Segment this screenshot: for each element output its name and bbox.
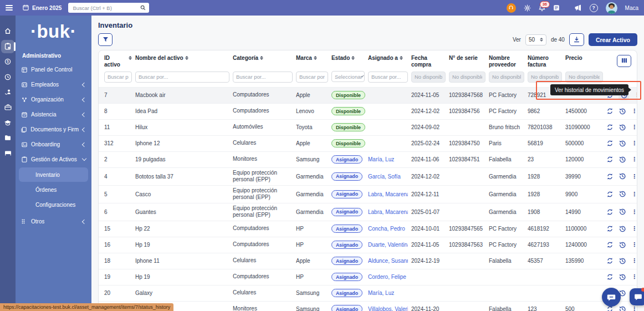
sidebar-item-documentos-y-firma[interactable]: Documentos y Firma [16,122,91,137]
hamburger-menu-icon[interactable] [6,5,13,11]
announcements-megaphone-icon[interactable] [574,4,582,11]
rail-documents-icon[interactable] [1,131,14,145]
table-row[interactable]: 15 Hp 22 Computadores HP Asignado Concha… [99,221,637,237]
change-status-icon[interactable] [606,257,614,264]
assigned-person-link[interactable]: Duarte, Valentina [368,242,408,248]
history-icon[interactable] [619,124,626,131]
table-row[interactable]: 18 Iphone 11 Celulares Apple Asignado Al… [99,253,637,269]
change-status-icon[interactable] [606,108,614,115]
assigned-person-link[interactable]: Concha, Pedro [368,226,408,232]
rail-training-icon[interactable] [1,116,14,129]
filter-nombre-input[interactable] [135,72,229,83]
rail-home-icon[interactable] [1,24,14,38]
help-icon[interactable]: ? [590,4,598,12]
column-header-id[interactable]: ID activo [104,55,132,68]
filter-button[interactable] [98,33,113,46]
assigned-person-link[interactable]: María, Luz [368,290,408,296]
column-header-asignado[interactable]: Asignado a [368,55,408,62]
change-status-icon[interactable] [606,140,614,147]
assigned-person-link[interactable]: Villalobos, Valeria [368,306,408,311]
column-header-marca[interactable]: Marca [296,55,328,62]
column-header-categoria[interactable]: Categoría [233,55,293,62]
filter-categoria-input[interactable] [233,72,293,83]
filter-estado-select[interactable]: Seleccionar [331,71,365,82]
history-icon[interactable] [619,257,626,265]
history-icon[interactable] [619,241,626,249]
notifications-bell-icon[interactable]: 36 [539,4,545,12]
row-menu-icon[interactable]: ⋮ [631,156,637,162]
column-header-estado[interactable]: Estado [331,55,365,62]
filter-marca-input[interactable] [296,72,328,83]
sidebar-item-organizacion[interactable]: Organización [16,92,91,107]
column-settings-button[interactable] [617,55,631,67]
change-status-icon[interactable] [606,225,614,232]
change-status-icon[interactable] [606,191,614,198]
table-row[interactable]: 2 19 pulgadas Monitores Samsung Asignado… [99,151,637,167]
history-icon[interactable] [619,156,626,164]
rail-workspace-icon[interactable] [1,146,14,160]
row-menu-icon[interactable]: ⋮ [631,274,637,280]
rail-asset-management-icon[interactable] [1,40,14,53]
filter-id-input[interactable] [104,72,132,83]
table-row[interactable]: 45 19 pulgadas Monitores Samsung Asignad… [99,301,637,311]
sidebar-item-gestion-de-activos[interactable]: Gestión de Activos [16,152,91,167]
avatar[interactable] [606,2,617,14]
assigned-person-link[interactable]: Aldunce, Susann [368,258,408,264]
assigned-person-link[interactable]: Cordero, Felipe [368,274,408,280]
change-status-icon[interactable] [606,208,614,216]
period-selector[interactable]: Enero 2025 [23,4,62,12]
change-status-icon[interactable] [606,124,614,131]
history-icon[interactable] [619,273,626,281]
sidebar-item-onboarding[interactable]: Onboarding [16,137,91,152]
create-asset-button[interactable]: Crear Activo [589,33,637,46]
history-icon[interactable] [619,140,626,147]
sidebar-subitem-ordenes[interactable]: Órdenes [19,182,88,197]
sidebar-item-asistencia[interactable]: Asistencia [16,107,91,122]
row-menu-icon[interactable]: ⋮ [631,226,637,232]
table-row[interactable]: 16 Hp 19 Computadores HP Asignado Duarte… [99,237,637,253]
row-menu-icon[interactable]: ⋮ [631,124,637,130]
assigned-person-link[interactable]: Labra, Macarena [368,191,408,197]
gear-icon[interactable] [524,4,531,12]
table-row[interactable]: 11 Hilux Automóviles Toyota Disponible 2… [99,119,637,135]
row-menu-icon[interactable]: ⋮ [631,140,637,146]
row-menu-icon[interactable]: ⋮ [631,191,637,197]
sidebar-item-empleados[interactable]: Empleados [16,77,91,92]
change-status-icon[interactable] [606,273,614,281]
notes-icon[interactable] [553,4,560,11]
sidebar-item-panel-de-control[interactable]: Panel de Control [16,62,91,77]
history-icon[interactable] [619,190,626,198]
assigned-person-link[interactable]: Labra, Macarena [368,209,408,215]
history-icon[interactable] [619,172,626,180]
page-size-select[interactable]: 50 [525,34,546,45]
global-search-input[interactable] [71,4,140,12]
history-icon[interactable] [619,305,626,311]
history-icon[interactable] [619,108,626,115]
export-download-button[interactable] [569,33,584,46]
support-icon[interactable] [507,3,516,13]
row-menu-icon[interactable]: ⋮ [631,174,637,180]
change-status-icon[interactable] [606,156,614,163]
rail-benefits-icon[interactable] [1,101,14,114]
change-status-icon[interactable] [606,173,614,180]
filter-asignado-input[interactable] [368,72,408,83]
sidebar-item-otros[interactable]: Otros [16,214,91,229]
global-search[interactable] [68,3,149,13]
row-menu-icon[interactable]: ⋮ [634,92,637,98]
history-icon[interactable] [619,208,626,216]
assigned-person-link[interactable]: María, Luz [368,156,408,162]
table-row[interactable]: 4 Bototos talla 37 Equipo protección per… [99,167,637,185]
table-row[interactable]: 5 Casco Equipo protección personal (EPP)… [99,185,637,203]
assigned-person-link[interactable]: García, Sofía [368,174,408,180]
change-status-icon[interactable] [606,241,614,248]
table-row[interactable]: 20 Galaxy Celulares Samsung Asignado Mar… [99,285,637,301]
rail-payroll-icon[interactable]: $ [1,55,14,68]
row-menu-icon[interactable]: ⋮ [631,108,637,114]
table-row[interactable]: 6 Guantes Equipo protección personal (EP… [99,203,637,221]
row-menu-icon[interactable]: ⋮ [631,209,637,215]
feedback-chat-button[interactable] [602,288,621,307]
user-name[interactable]: Maca [625,5,638,11]
history-icon[interactable] [619,225,626,233]
row-menu-icon[interactable]: ⋮ [631,242,637,248]
row-menu-icon[interactable]: ⋮ [631,306,637,311]
